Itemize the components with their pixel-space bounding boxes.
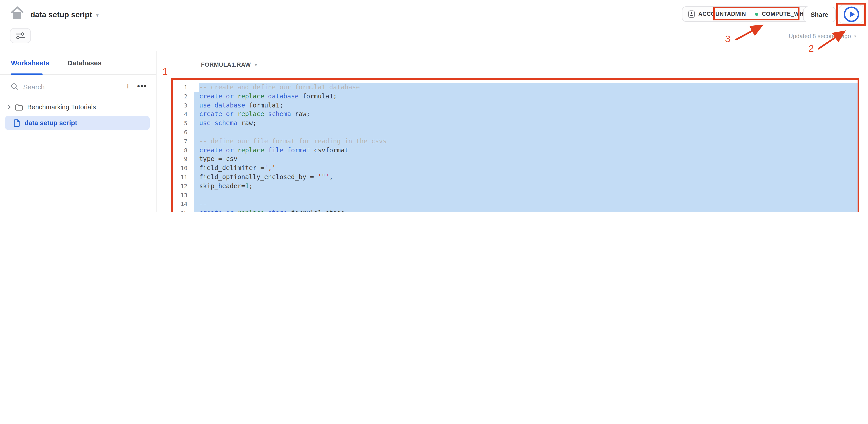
- line-number: 15: [173, 208, 194, 212]
- editor-lines: 1-- create and define our formula1 datab…: [173, 83, 858, 212]
- tab-databases[interactable]: Databases: [68, 59, 102, 66]
- line-number: 8: [173, 146, 194, 155]
- code-text: create or replace file format csvformat: [194, 146, 858, 155]
- folder-icon: [15, 104, 23, 110]
- line-number: 10: [173, 164, 194, 173]
- context-selector[interactable]: ACCOUNTADMIN COMPUTE_WH: [682, 6, 810, 22]
- sidebar-tabs: Worksheets Databases: [0, 51, 156, 75]
- chevron-down-icon: ▾: [96, 12, 98, 18]
- schema-context-label: FORMULA1.RAW: [201, 61, 251, 68]
- line-number: 7: [173, 137, 194, 146]
- schema-context-dropdown[interactable]: FORMULA1.RAW ▾: [201, 61, 257, 68]
- line-number: 2: [173, 92, 194, 101]
- top-header: data setup script ▾ ACCOUNTADMIN: [0, 0, 868, 51]
- editor-line[interactable]: 2create or replace database formula1;: [173, 92, 858, 101]
- line-number: 13: [173, 191, 194, 200]
- snowsight-worksheet-app: data setup script ▾ ACCOUNTADMIN: [0, 0, 868, 212]
- sliders-icon: [16, 32, 25, 40]
- code-text: create or replace stage formula1_stage: [194, 208, 858, 212]
- editor-line[interactable]: 15create or replace stage formula1_stage: [173, 208, 858, 212]
- code-text: -- define our file format for reading in…: [194, 137, 858, 146]
- line-number: 4: [173, 110, 194, 119]
- editor-line[interactable]: 5use schema raw;: [173, 119, 858, 128]
- chevron-down-icon: ▾: [854, 34, 856, 38]
- share-button[interactable]: Share: [803, 7, 836, 22]
- line-number: 12: [173, 182, 194, 191]
- code-text: create or replace schema raw;: [194, 110, 858, 119]
- sql-editor[interactable]: 1-- create and define our formula1 datab…: [173, 80, 858, 212]
- code-text: type = csv: [194, 155, 858, 164]
- warehouse-status-dot: [755, 12, 758, 15]
- editor-line[interactable]: 13: [173, 191, 858, 200]
- editor-line[interactable]: 4create or replace schema raw;: [173, 110, 858, 119]
- code-text: use database formula1;: [194, 101, 858, 110]
- role-label: ACCOUNTADMIN: [698, 11, 746, 17]
- new-worksheet-button[interactable]: +: [125, 81, 131, 92]
- sidebar-item-folder[interactable]: Benchmarking Tutorials: [0, 101, 156, 113]
- worksheet-title-menu[interactable]: data setup script ▾: [30, 10, 98, 20]
- chevron-down-icon: ▾: [255, 62, 257, 67]
- sidebar-item-worksheet-selected[interactable]: data setup script: [5, 116, 150, 130]
- code-text: use schema raw;: [194, 119, 858, 128]
- filters-button[interactable]: [10, 28, 31, 43]
- editor-line[interactable]: 7-- define our file format for reading i…: [173, 137, 858, 146]
- line-number: 11: [173, 173, 194, 182]
- search-icon: [11, 83, 18, 90]
- code-text: field_delimiter =',': [194, 164, 858, 173]
- editor-line[interactable]: 9type = csv: [173, 155, 858, 164]
- home-button[interactable]: [10, 6, 25, 20]
- updated-status[interactable]: Updated 8 seconds ago ▾: [788, 33, 856, 39]
- line-number: 14: [173, 200, 194, 209]
- code-text: field_optionally_enclosed_by = '"',: [194, 173, 858, 182]
- more-options-button[interactable]: •••: [137, 81, 147, 91]
- left-sidebar: Worksheets Databases Search + ••• Benchm…: [0, 51, 157, 212]
- share-label: Share: [811, 11, 828, 18]
- play-icon: [843, 6, 860, 23]
- file-icon: [13, 119, 20, 127]
- home-icon: [10, 6, 25, 20]
- editor-line[interactable]: 11field_optionally_enclosed_by = '"',: [173, 173, 858, 182]
- editor-line[interactable]: 8create or replace file format csvformat: [173, 146, 858, 155]
- editor-line[interactable]: 3use database formula1;: [173, 101, 858, 110]
- line-number: 6: [173, 128, 194, 137]
- run-button[interactable]: [839, 5, 864, 24]
- user-badge-icon: [688, 10, 695, 18]
- code-text: create or replace database formula1;: [194, 92, 858, 101]
- code-text: skip_header=1;: [194, 182, 858, 191]
- line-number: 5: [173, 119, 194, 128]
- editor-line[interactable]: 6: [173, 128, 858, 137]
- editor-line[interactable]: 12skip_header=1;: [173, 182, 858, 191]
- chevron-right-icon: [7, 104, 11, 110]
- role-section[interactable]: ACCOUNTADMIN: [682, 10, 752, 18]
- line-number: 1: [173, 83, 194, 92]
- code-text: --: [194, 200, 858, 209]
- tab-worksheets[interactable]: Worksheets: [11, 59, 50, 66]
- editor-line[interactable]: 10field_delimiter =',': [173, 164, 858, 173]
- code-text: [194, 128, 858, 137]
- editor-line[interactable]: 14--: [173, 200, 858, 209]
- updated-text: Updated 8 seconds ago: [788, 33, 851, 39]
- sidebar-search[interactable]: Search + •••: [0, 75, 156, 98]
- worksheet-label: data setup script: [25, 119, 77, 127]
- page-title: data setup script: [30, 10, 92, 20]
- search-placeholder: Search: [23, 83, 45, 91]
- warehouse-label: COMPUTE_WH: [762, 11, 804, 17]
- warehouse-section[interactable]: COMPUTE_WH: [752, 11, 810, 17]
- line-number: 3: [173, 101, 194, 110]
- main-pane: FORMULA1.RAW ▾ 1-- create and define our…: [157, 51, 868, 212]
- folder-label: Benchmarking Tutorials: [27, 103, 96, 111]
- line-number: 9: [173, 155, 194, 164]
- code-text: -- create and define our formula1 databa…: [199, 83, 858, 92]
- code-text: [194, 191, 858, 200]
- editor-line[interactable]: 1-- create and define our formula1 datab…: [173, 83, 858, 92]
